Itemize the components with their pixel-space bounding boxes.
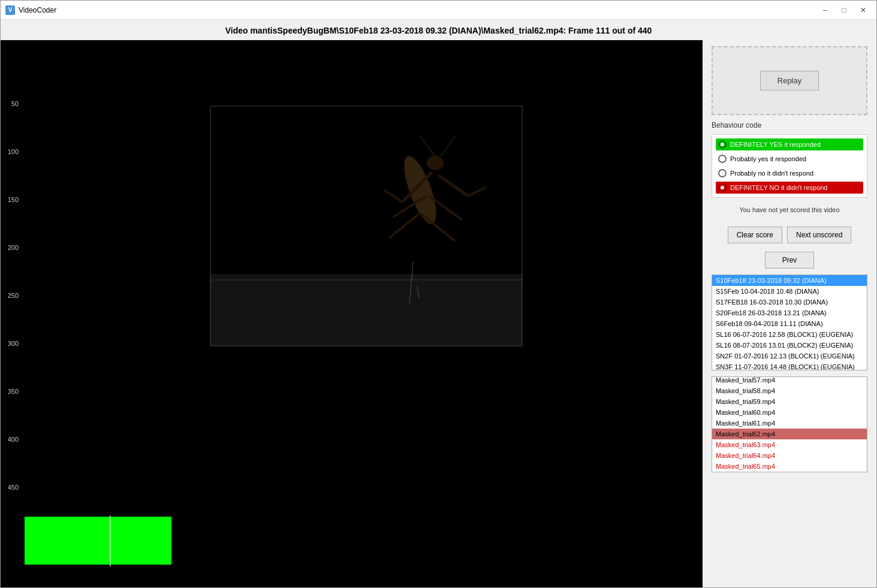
radio-inner-1: [721, 143, 724, 146]
radio-circle-4: [718, 183, 727, 192]
main-area: 50 100 150 200 250 300 350 400 450 100 2…: [1, 40, 876, 587]
svg-text:300: 300: [8, 340, 19, 347]
behaviour-option-3[interactable]: Probably no it didn't respond: [716, 167, 863, 179]
prev-button[interactable]: Prev: [765, 252, 815, 269]
title-bar-left: V VideoCoder: [5, 5, 56, 15]
session-list-item[interactable]: SN2F 01-07-2016 12.13 (BLOCK1) (EUGENIA): [712, 351, 867, 361]
radio-circle-1: [718, 140, 727, 149]
svg-point-17: [398, 152, 443, 227]
content-area: Video mantisSpeedyBugBM\S10Feb18 23-03-2…: [1, 20, 876, 587]
trial-list-item[interactable]: Masked_trial62.mp4: [712, 429, 867, 439]
svg-text:400: 400: [8, 436, 19, 443]
svg-line-28: [439, 135, 456, 158]
svg-line-26: [421, 214, 455, 241]
chart-overlay: 50 100 150 200 250 300 350 400 450 100 2…: [1, 40, 703, 587]
window-controls: – □ ✕: [816, 4, 872, 16]
radio-label-4: DEFINITELY NO it didn't respond: [730, 184, 827, 191]
radio-circle-2: [718, 155, 727, 163]
session-list-item[interactable]: S15Feb 10-04-2018 10.48 (DIANA): [712, 286, 867, 297]
maximize-button[interactable]: □: [836, 4, 852, 16]
svg-point-18: [427, 156, 444, 170]
trial-list-item[interactable]: Masked_trial61.mp4: [712, 418, 867, 429]
svg-line-29: [409, 262, 413, 304]
svg-line-25: [389, 214, 419, 238]
trial-list-item[interactable]: Masked_trial60.mp4: [712, 407, 867, 418]
radio-label-3: Probably no it didn't respond: [730, 170, 813, 177]
trial-list-item[interactable]: Masked_trial63.mp4: [712, 439, 867, 450]
behaviour-option-1[interactable]: DEFINITELY YES it responded: [716, 138, 863, 150]
sessions-list[interactable]: S10Feb18 23-03-2018 09.32 (DIANA)S15Feb …: [712, 275, 867, 370]
radio-circle-3: [718, 169, 727, 177]
behaviour-section: Behaviour code DEFINITELY YES it respond…: [712, 121, 867, 198]
svg-text:350: 350: [8, 388, 19, 395]
minimize-button[interactable]: –: [816, 4, 833, 16]
prev-btn-container: Prev: [712, 252, 867, 269]
chart-area: 50 100 150 200 250 300 350 400 450 100 2…: [1, 40, 703, 587]
session-list-item[interactable]: S10Feb18 23-03-2018 09.32 (DIANA): [712, 275, 867, 286]
svg-text:250: 250: [8, 292, 19, 299]
app-icon: V: [5, 5, 15, 15]
behaviour-option-2[interactable]: Probably yes it responded: [716, 153, 863, 165]
session-list-item[interactable]: S20Feb18 26-03-2018 13.21 (DIANA): [712, 307, 867, 318]
replay-button-container: Replay: [712, 46, 867, 115]
page-title: Video mantisSpeedyBugBM\S10Feb18 23-03-2…: [1, 20, 876, 40]
svg-text:100: 100: [8, 148, 19, 155]
trial-list-item[interactable]: Masked_trial57.mp4: [712, 376, 867, 385]
svg-line-27: [420, 136, 437, 159]
next-unscored-button[interactable]: Next unscored: [787, 227, 851, 243]
trial-list-item[interactable]: Masked_trial58.mp4: [712, 385, 867, 396]
svg-line-22: [468, 187, 486, 196]
session-list-item[interactable]: S6Feb18 09-04-2018 11.11 (DIANA): [712, 318, 867, 329]
clear-score-button[interactable]: Clear score: [728, 227, 782, 243]
svg-line-30: [417, 286, 419, 298]
close-button[interactable]: ✕: [855, 4, 872, 16]
svg-rect-32: [210, 274, 522, 346]
svg-line-21: [438, 175, 468, 196]
radio-label-1: DEFINITELY YES it responded: [730, 141, 821, 148]
svg-line-19: [402, 172, 432, 202]
trials-list[interactable]: Masked_trial53.mp4Masked_trial54.mp4Mask…: [712, 376, 867, 472]
session-list-item[interactable]: SL16 06-07-2016 12.58 (BLOCK1) (EUGENIA): [712, 329, 867, 340]
svg-line-23: [393, 196, 426, 217]
radio-inner-4: [721, 186, 724, 189]
radio-label-2: Probably yes it responded: [730, 155, 806, 162]
svg-text:150: 150: [8, 196, 19, 203]
behaviour-title: Behaviour code: [712, 121, 867, 129]
session-list-item[interactable]: S17FEB18 16-03-2018 10.30 (DIANA): [712, 297, 867, 307]
action-buttons: Clear score Next unscored: [712, 227, 867, 243]
svg-rect-16: [210, 106, 522, 346]
session-list-item[interactable]: SN3F 11-07-2016 14.48 (BLOCK1) (EUGENIA): [712, 361, 867, 370]
title-bar: V VideoCoder – □ ✕: [1, 1, 876, 20]
score-status: You have not yet scored this video: [712, 204, 867, 216]
main-window: V VideoCoder – □ ✕ Video mantisSpeedyBug…: [0, 0, 877, 588]
behaviour-options: DEFINITELY YES it responded Probably yes…: [712, 134, 867, 198]
svg-line-20: [384, 190, 402, 202]
trial-list-item[interactable]: Masked_trial59.mp4: [712, 396, 867, 407]
session-list-item[interactable]: SL16 08-07-2016 13.01 (BLOCK2) (EUGENIA): [712, 340, 867, 351]
behaviour-option-4[interactable]: DEFINITELY NO it didn't respond: [716, 182, 863, 194]
svg-text:50: 50: [11, 100, 19, 107]
svg-rect-33: [25, 517, 171, 565]
trial-list-item[interactable]: Masked_trial65.mp4: [712, 461, 867, 472]
trial-list-item[interactable]: Masked_trial64.mp4: [712, 450, 867, 461]
replay-button[interactable]: Replay: [760, 71, 819, 91]
svg-text:450: 450: [8, 484, 19, 491]
right-panel: Replay Behaviour code DEFINITELY YES it …: [703, 40, 876, 587]
svg-text:200: 200: [8, 244, 19, 251]
svg-line-24: [429, 196, 462, 220]
app-title: VideoCoder: [19, 6, 56, 14]
